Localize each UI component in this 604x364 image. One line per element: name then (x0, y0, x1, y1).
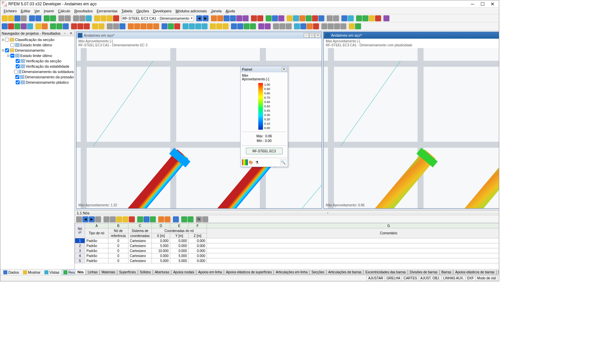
maximize-button[interactable]: ☐ (478, 1, 488, 7)
mem-icon[interactable] (42, 23, 48, 29)
tbl-last-icon[interactable] (95, 216, 101, 222)
win2-icon[interactable] (348, 15, 354, 21)
status-cell[interactable]: CARTES (402, 276, 418, 281)
opt4-icon[interactable] (375, 15, 381, 21)
tbl-find-icon[interactable] (150, 216, 156, 222)
table-tab[interactable]: Não-linearidades de barras (497, 270, 499, 275)
ld1-icon[interactable] (71, 23, 77, 29)
tbl-del-icon[interactable] (129, 216, 135, 222)
table-tab[interactable]: Secções (309, 270, 326, 275)
sup1-icon[interactable] (50, 23, 56, 29)
menu-opções[interactable]: Opções (134, 8, 151, 14)
status-cell[interactable]: LINHAS AUX. (441, 276, 466, 281)
vp-close-button[interactable]: ✕ (315, 33, 320, 38)
menu-ver[interactable]: Ver (32, 8, 42, 14)
zoom-icon[interactable] (86, 15, 92, 21)
opt2-icon[interactable] (362, 15, 368, 21)
nav-item[interactable]: Verificação da secção (1, 58, 74, 64)
ax3-icon[interactable] (223, 23, 229, 29)
table-tab[interactable]: Articulações em linha (274, 270, 309, 275)
ed3-icon[interactable] (140, 23, 146, 29)
nav-checkbox[interactable] (16, 64, 20, 68)
ex2-icon[interactable] (355, 23, 361, 29)
viewport-right-titlebar[interactable]: Andaimes em aço* ─ ☐ ✕ (324, 32, 499, 39)
project-icon[interactable] (58, 15, 64, 21)
menu-cálculo[interactable]: Cálculo (56, 8, 72, 14)
mesh2-icon[interactable] (272, 15, 278, 21)
rn3-icon[interactable] (244, 23, 250, 29)
menu-ferramentas[interactable]: Ferramentas (95, 8, 119, 14)
tbl-fx-icon[interactable]: fx (196, 216, 202, 222)
opt3-icon[interactable] (369, 15, 375, 21)
expand-icon[interactable]: ⊟ (1, 38, 5, 41)
status-cell[interactable]: Modo de visl (476, 276, 498, 281)
sec-icon[interactable] (35, 23, 41, 29)
status-cell[interactable]: DXF (466, 276, 476, 281)
close-button[interactable]: ✕ (488, 1, 498, 7)
load2-icon[interactable] (257, 15, 263, 21)
table-tab[interactable]: Sólidos (138, 270, 153, 275)
panel-zoom-icon[interactable]: 🔍 (280, 159, 286, 165)
grp2-icon[interactable] (328, 23, 334, 29)
nav-checkbox[interactable] (10, 54, 14, 58)
table-tab[interactable]: Nós (75, 270, 86, 275)
menu-resultados[interactable]: Resultados (72, 8, 95, 14)
surf-icon[interactable] (27, 23, 33, 29)
tbl-sel2-icon[interactable] (165, 216, 171, 222)
table-row[interactable]: 2Padrão0Cartesiano5.0000.0000.000 (75, 243, 499, 248)
lc2-icon[interactable] (98, 23, 104, 29)
prev-icon[interactable]: ◀ (196, 15, 202, 21)
show3-icon[interactable] (224, 15, 230, 21)
table-tab[interactable]: Apoios elásticos de barras (453, 270, 496, 275)
view6-icon[interactable] (318, 15, 324, 21)
ax2-icon[interactable] (216, 23, 222, 29)
dim3-icon[interactable] (119, 23, 125, 29)
navigator-tree[interactable]: ⊟Classificação da secçãoEstado limite úl… (0, 36, 74, 269)
rn4-icon[interactable] (250, 23, 256, 29)
vp-min-button[interactable]: ─ (304, 33, 309, 38)
open-icon[interactable] (8, 15, 14, 21)
tbl-sort-icon[interactable] (137, 216, 143, 222)
view3-icon[interactable] (299, 15, 305, 21)
vw2-icon[interactable] (189, 23, 195, 29)
tbl-sel-icon[interactable] (158, 216, 164, 222)
pointer-icon[interactable] (2, 23, 8, 29)
nav-tab-dados[interactable]: Dados (2, 270, 21, 275)
rn2-icon[interactable] (237, 23, 243, 29)
table-tab[interactable]: Aberturas (153, 270, 171, 275)
rot1-icon[interactable] (294, 23, 300, 29)
table-row[interactable]: 3Padrão0Cartesiano10.0000.0000.000 (75, 248, 499, 253)
help-icon[interactable] (383, 15, 389, 21)
save-icon[interactable] (14, 15, 20, 21)
panel-close-icon[interactable]: ✕ (282, 67, 286, 72)
sup3-icon[interactable] (63, 23, 69, 29)
vw1-icon[interactable] (183, 23, 189, 29)
show2-icon[interactable] (217, 15, 223, 21)
navigator-pin-icon[interactable]: ▫ (63, 32, 67, 35)
panel-values-icon[interactable]: 🎨 (248, 159, 254, 165)
lc1-icon[interactable] (92, 23, 98, 29)
table-row[interactable]: 1Padrão0Cartesiano0.0000.0000.000 (75, 238, 499, 243)
ld2-icon[interactable] (77, 23, 83, 29)
nav-item[interactable]: ⊟Dimensionamento (1, 48, 74, 53)
rn1-icon[interactable] (231, 23, 237, 29)
tbl-first-icon[interactable] (76, 216, 82, 222)
fl2-icon[interactable] (265, 23, 271, 29)
tbl-edit-icon[interactable] (103, 216, 109, 222)
mesh1-icon[interactable] (266, 15, 272, 21)
ed4-icon[interactable] (147, 23, 153, 29)
vw3-icon[interactable] (195, 23, 201, 29)
result-selector[interactable]: RF-STEEL EC3 CA1 - Dimensionamento ▼ (121, 15, 194, 21)
panel-colors-icon[interactable] (242, 159, 248, 165)
lbl2-icon[interactable] (279, 23, 285, 29)
tbl-copy-icon[interactable] (110, 216, 116, 222)
recalc-icon[interactable] (113, 15, 119, 21)
table3-icon[interactable] (107, 15, 113, 21)
nav-item[interactable]: Dimensionamento da pressão (1, 74, 74, 80)
panel-module-button[interactable]: RF-STEEL EC3 (246, 148, 283, 154)
menu-editar[interactable]: Editar (19, 8, 32, 14)
paste-icon[interactable] (50, 15, 56, 21)
ed1-icon[interactable] (128, 23, 134, 29)
sel2-icon[interactable] (333, 15, 339, 21)
table-tab[interactable]: Apoios nodais (171, 270, 196, 275)
